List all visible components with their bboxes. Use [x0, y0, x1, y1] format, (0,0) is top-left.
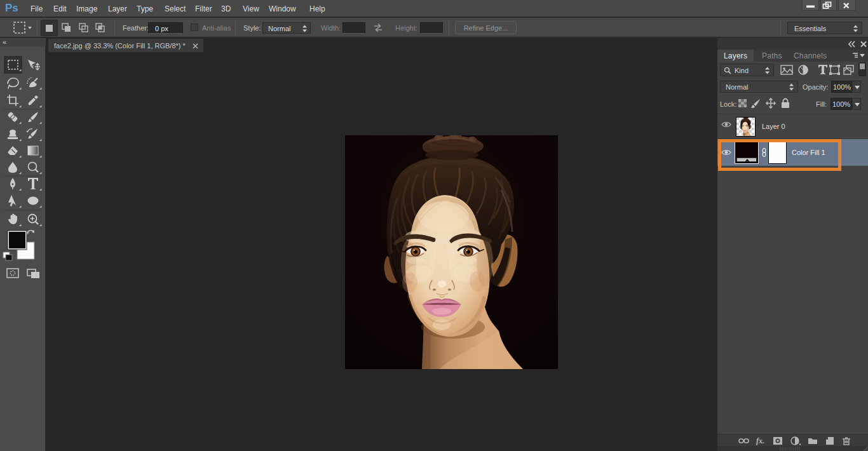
svg-text:fx.: fx.	[756, 436, 764, 445]
